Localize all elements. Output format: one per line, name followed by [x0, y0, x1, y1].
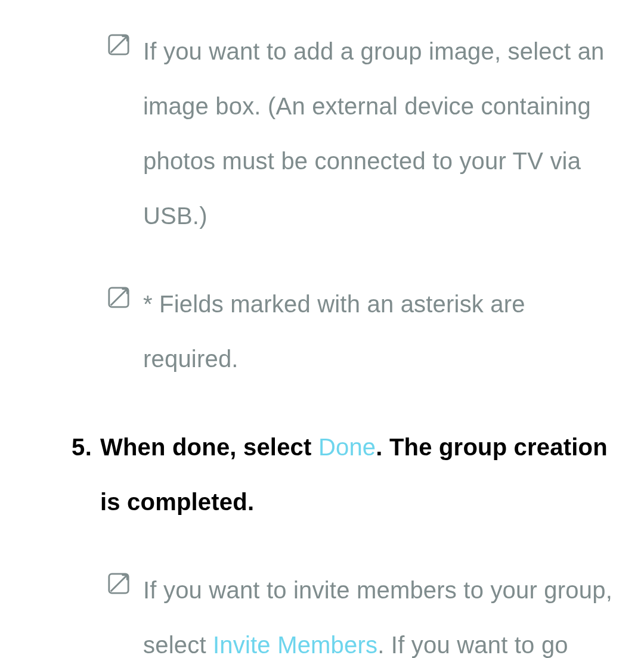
note-icon: [107, 286, 130, 309]
step-text-before: When done, select: [100, 434, 318, 460]
step-number: 5.: [72, 420, 100, 474]
link-done[interactable]: Done: [318, 434, 376, 460]
step-5: 5. When done, select Done. The group cre…: [72, 420, 620, 529]
note-text: If you want to invite members to your gr…: [143, 563, 620, 658]
link-invite-members[interactable]: Invite Members: [213, 632, 377, 658]
svg-line-3: [111, 290, 127, 306]
note-icon: [107, 33, 130, 56]
note-text: * Fields marked with an asterisk are req…: [143, 277, 620, 386]
note-item-asterisk: * Fields marked with an asterisk are req…: [72, 277, 620, 386]
note-item-group-image: If you want to add a group image, select…: [72, 24, 620, 243]
note-item-invite: If you want to invite members to your gr…: [72, 563, 620, 658]
svg-line-1: [111, 37, 127, 53]
document-page: If you want to add a group image, select…: [0, 0, 644, 658]
note-text: If you want to add a group image, select…: [143, 24, 620, 243]
svg-line-5: [111, 576, 127, 592]
step-body: When done, select Done. The group creati…: [100, 420, 620, 529]
note-icon: [107, 572, 130, 595]
